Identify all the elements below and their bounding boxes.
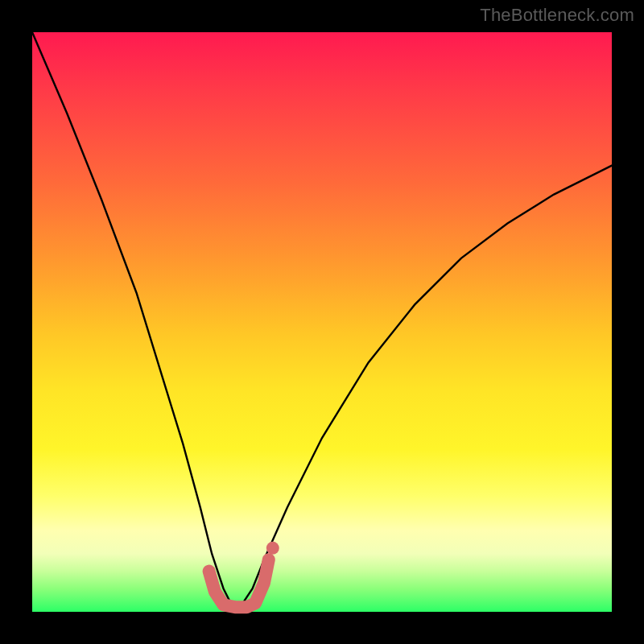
optimal-range-marker xyxy=(209,559,269,607)
optimal-dot xyxy=(266,542,279,555)
curve-layer xyxy=(32,32,612,612)
watermark-text: TheBottleneck.com xyxy=(480,5,634,26)
plot-area xyxy=(32,32,612,612)
bottleneck-curve xyxy=(32,32,612,606)
chart-frame: TheBottleneck.com xyxy=(0,0,644,644)
